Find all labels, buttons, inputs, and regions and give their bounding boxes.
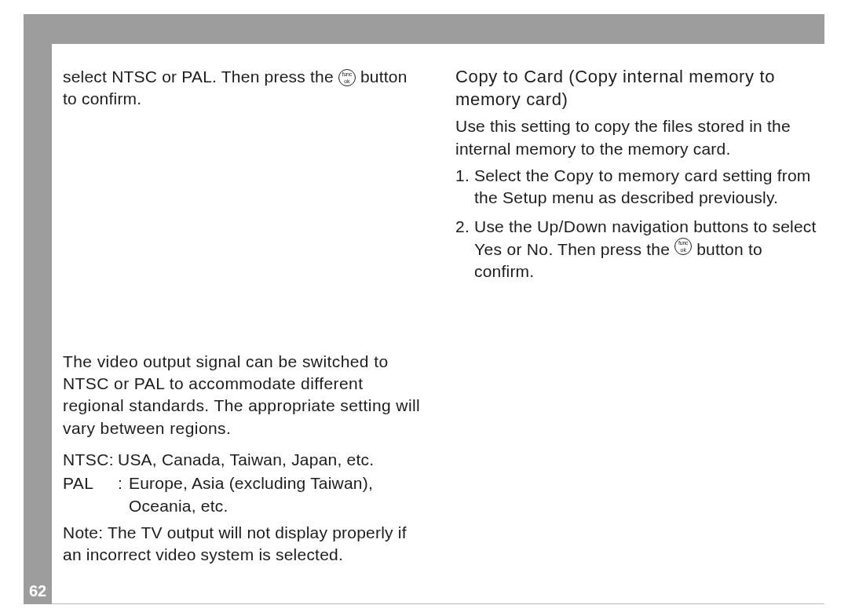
def-desc: Europe, Asia (excluding Taiwan), Oceania…	[129, 472, 424, 517]
ui-label: Setup	[503, 188, 547, 206]
text: menu as described previously.	[547, 188, 778, 206]
text: . Then press the	[548, 240, 674, 258]
step-2: Use the Up/Down navigation buttons to se…	[455, 216, 817, 283]
manual-page: 62 select NTSC or PAL. Then press the fu…	[0, 0, 848, 616]
text: Use the	[474, 217, 537, 235]
ui-label: Yes	[474, 240, 503, 258]
ok-label: ok	[675, 247, 691, 253]
def-term: PAL	[63, 472, 118, 494]
steps-list: Select the Copy to memory card setting f…	[455, 165, 817, 283]
left-column: select NTSC or PAL. Then press the func …	[63, 66, 424, 571]
func-ok-button-icon: func ok	[338, 69, 356, 86]
def-row-pal: PAL : Europe, Asia (excluding Taiwan), O…	[63, 472, 424, 517]
ntsc-pal-select-line: select NTSC or PAL. Then press the func …	[63, 66, 424, 111]
section-subtext: Use this setting to copy the files store…	[455, 115, 817, 160]
footer-rule	[52, 603, 824, 604]
region-definitions: NTSC: USA, Canada, Taiwan, Japan, etc. P…	[63, 449, 424, 517]
side-bar	[24, 14, 52, 604]
ok-label: ok	[339, 78, 355, 84]
text: select NTSC or PAL. Then press the	[63, 67, 338, 86]
content-columns: select NTSC or PAL. Then press the func …	[63, 66, 817, 571]
func-label: func	[339, 71, 355, 77]
text: navigation buttons to select	[607, 217, 816, 235]
func-label: func	[675, 240, 691, 246]
text: or	[503, 240, 527, 258]
ui-label: Copy to memory card	[554, 166, 718, 184]
def-desc: USA, Canada, Taiwan, Japan, etc.	[118, 449, 424, 471]
def-term: NTSC:	[63, 449, 118, 471]
video-signal-paragraph: The video output signal can be switched …	[63, 351, 424, 439]
def-colon: :	[118, 472, 129, 494]
text: Select the	[474, 166, 554, 184]
page-number: 62	[24, 582, 52, 600]
note-paragraph: Note: The TV output will not display pro…	[63, 522, 424, 567]
ui-label: No	[527, 240, 549, 258]
def-row-ntsc: NTSC: USA, Canada, Taiwan, Japan, etc.	[63, 449, 424, 471]
header-bar	[24, 14, 824, 44]
func-ok-button-icon: funcok	[674, 238, 692, 255]
step-1: Select the Copy to memory card setting f…	[455, 165, 817, 210]
screenshot-placeholder	[63, 115, 424, 351]
right-column: Copy to Card (Copy internal memory to me…	[455, 66, 817, 571]
ui-label: Up/Down	[537, 217, 607, 235]
section-heading: Copy to Card (Copy internal memory to me…	[455, 66, 817, 111]
